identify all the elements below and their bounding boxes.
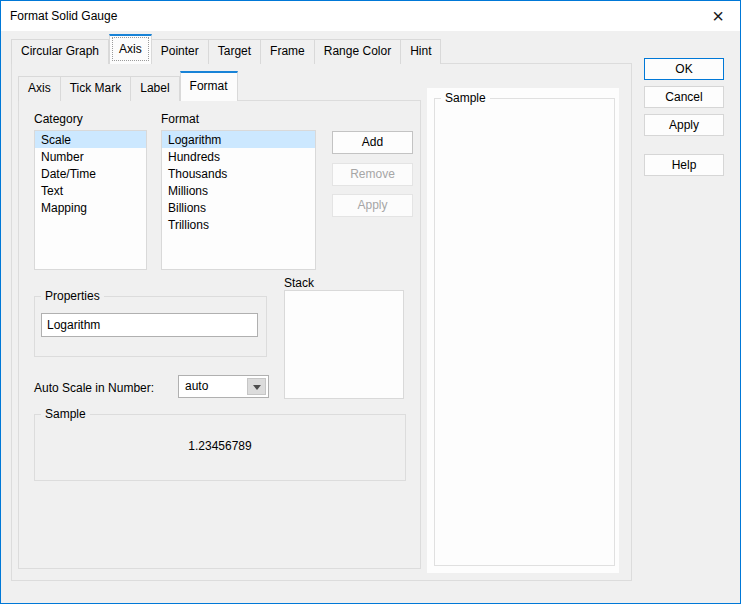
apply-format-button[interactable]: Apply [332,194,413,217]
title-bar: Format Solid Gauge × [1,1,740,31]
format-solid-gauge-dialog: Format Solid Gauge × Sample Circular Gra… [0,0,741,604]
help-button[interactable]: Help [644,154,724,176]
subtab-axis[interactable]: Axis [18,76,61,101]
properties-input[interactable] [41,313,258,337]
format-listbox[interactable]: Logarithm Hundreds Thousands Millions Bi… [161,130,316,270]
subtab-tick-mark[interactable]: Tick Mark [61,76,132,101]
auto-scale-value: auto [185,379,208,393]
sample-legend: Sample [41,407,90,421]
category-item[interactable]: Number [35,148,146,165]
sub-tab-strip: Axis Tick Mark Label Format [18,71,238,101]
tab-frame[interactable]: Frame [261,39,315,64]
format-item[interactable]: Trillions [162,216,315,233]
sample-preview-group: Sample [434,91,615,566]
format-item[interactable]: Thousands [162,165,315,182]
category-item[interactable]: Date/Time [35,165,146,182]
sample-preview-legend: Sample [441,91,490,105]
auto-scale-label: Auto Scale in Number: [34,381,154,395]
sample-value: 1.23456789 [34,439,406,453]
category-item[interactable]: Text [35,182,146,199]
auto-scale-select[interactable]: auto [178,375,269,398]
tab-target[interactable]: Target [209,39,261,64]
subtab-label[interactable]: Label [131,76,179,101]
subtab-format[interactable]: Format [180,71,238,101]
properties-legend: Properties [41,289,104,303]
tab-circular-graph[interactable]: Circular Graph [11,39,109,64]
format-label: Format [161,112,199,126]
stack-listbox[interactable] [284,290,404,399]
add-button[interactable]: Add [332,131,413,154]
format-item[interactable]: Logarithm [162,131,315,148]
category-item[interactable]: Mapping [35,199,146,216]
tab-hint[interactable]: Hint [401,39,441,64]
format-item[interactable]: Hundreds [162,148,315,165]
dialog-title: Format Solid Gauge [10,9,117,23]
format-item[interactable]: Millions [162,182,315,199]
apply-button[interactable]: Apply [644,114,724,136]
stack-label: Stack [284,276,314,290]
tab-pointer[interactable]: Pointer [152,39,209,64]
category-label: Category [34,112,83,126]
tab-range-color[interactable]: Range Color [315,39,401,64]
category-item[interactable]: Scale [35,131,146,148]
ok-button[interactable]: OK [644,58,724,80]
category-listbox[interactable]: Scale Number Date/Time Text Mapping [34,130,147,270]
format-item[interactable]: Billions [162,199,315,216]
tab-axis[interactable]: Axis [109,34,152,64]
close-icon[interactable]: × [701,3,735,29]
main-tab-strip: Circular Graph Axis Pointer Target Frame… [11,34,441,64]
remove-button[interactable]: Remove [332,163,413,186]
chevron-down-icon[interactable] [247,378,266,395]
cancel-button[interactable]: Cancel [644,86,724,108]
